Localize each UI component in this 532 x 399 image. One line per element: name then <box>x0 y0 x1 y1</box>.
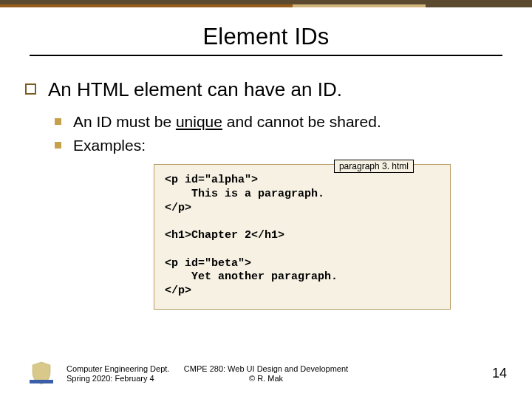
code-box: <p id="alpha"> This is a paragraph. </p>… <box>154 164 451 310</box>
sub-bullet-1: An ID must be unique and cannot be share… <box>55 112 507 132</box>
square-outline-bullet-icon <box>25 83 36 95</box>
sub-bullet-2: Examples: <box>55 136 507 155</box>
square-bullet-icon <box>55 142 61 149</box>
slide-title: Element IDs <box>30 24 502 50</box>
sub1-after: and cannot be shared. <box>222 113 381 130</box>
bullet-level1: An HTML element can have an ID. <box>25 78 507 102</box>
title-area: Element IDs <box>30 24 502 56</box>
top-accent-bar <box>0 0 532 7</box>
sub1-before: An ID must be <box>73 113 176 130</box>
sub1-underlined: unique <box>176 113 222 130</box>
bullet1-text: An HTML element can have an ID. <box>48 78 342 102</box>
slide: Element IDs An HTML element can have an … <box>0 0 532 399</box>
title-underline <box>30 55 502 56</box>
footer-center: CMPE 280: Web UI Design and Development … <box>0 364 532 385</box>
sub-bullet-list: An ID must be unique and cannot be share… <box>55 112 507 156</box>
body-area: An HTML element can have an ID. An ID mu… <box>25 78 507 160</box>
footer-center-line2: © R. Mak <box>0 374 532 384</box>
square-bullet-icon <box>55 118 61 125</box>
code-example: paragraph 3. html <p id="alpha"> This is… <box>154 164 451 310</box>
footer: Computer Engineering Dept. Spring 2020: … <box>0 350 532 389</box>
sub-bullet-2-text: Examples: <box>73 136 146 155</box>
page-number: 14 <box>492 366 507 381</box>
code-filename-label: paragraph 3. html <box>334 160 414 173</box>
footer-center-line1: CMPE 280: Web UI Design and Development <box>0 364 532 375</box>
sub-bullet-1-text: An ID must be unique and cannot be share… <box>73 112 381 132</box>
